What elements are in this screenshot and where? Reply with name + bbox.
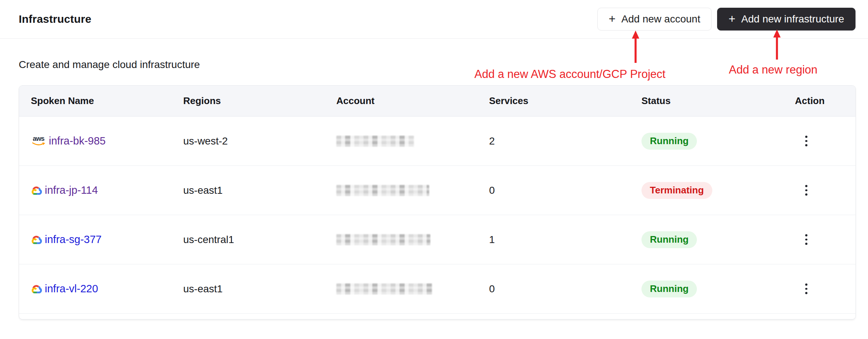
- row-actions-kebab-icon[interactable]: [800, 132, 813, 150]
- aws-smile-swoosh: [32, 142, 46, 146]
- page-subtitle: Create and manage cloud infrastructure: [19, 59, 200, 71]
- action-cell: [795, 182, 856, 199]
- account-redacted-blur: [336, 185, 429, 196]
- annotation-arrow-region: [772, 29, 782, 60]
- top-bar: Infrastructure + Add new account + Add n…: [0, 0, 868, 39]
- add-new-account-button[interactable]: + Add new account: [597, 8, 712, 31]
- column-header-account: Account: [336, 95, 489, 107]
- spoken-name-cell: infra-vl-220: [31, 283, 183, 295]
- spoken-name-cell: infra-sg-377: [31, 233, 183, 246]
- infrastructure-link[interactable]: infra-sg-377: [45, 233, 102, 246]
- account-redacted-blur: [336, 234, 430, 245]
- status-badge: Running: [641, 281, 697, 297]
- region-cell: us-east1: [183, 283, 336, 295]
- account-redacted-blur: [336, 136, 414, 147]
- table-row: infra-jp-114 us-east1 0 Terminating: [19, 166, 856, 215]
- add-new-account-label: Add new account: [621, 13, 700, 25]
- account-cell: [336, 136, 489, 147]
- column-header-action: Action: [795, 95, 856, 107]
- infrastructure-link[interactable]: infra-jp-114: [45, 184, 98, 196]
- services-cell: 0: [489, 283, 641, 295]
- infrastructure-link[interactable]: infra-vl-220: [45, 283, 98, 295]
- services-cell: 1: [489, 234, 641, 246]
- annotation-arrow-account: [630, 31, 641, 63]
- services-cell: 0: [489, 185, 641, 196]
- page-title: Infrastructure: [19, 13, 91, 25]
- annotation-account-note: Add a new AWS account/GCP Project: [474, 68, 665, 81]
- add-new-infrastructure-label: Add new infrastructure: [741, 13, 844, 25]
- aws-icon-text: aws: [33, 136, 44, 142]
- status-cell: Running: [641, 133, 795, 150]
- action-cell: [795, 280, 856, 297]
- gcp-icon: [31, 235, 42, 245]
- table-header-row: Spoken Name Regions Account Services Sta…: [19, 86, 856, 117]
- status-cell: Running: [641, 231, 795, 248]
- plus-icon: +: [728, 13, 735, 25]
- column-header-services: Services: [489, 95, 641, 107]
- column-header-regions: Regions: [183, 95, 336, 107]
- region-cell: us-east1: [183, 185, 336, 196]
- account-cell: [336, 234, 489, 245]
- gcp-icon: [31, 186, 42, 195]
- status-badge: Running: [641, 133, 697, 150]
- plus-icon: +: [609, 13, 616, 25]
- action-cell: [795, 231, 856, 248]
- region-cell: us-west-2: [183, 135, 336, 147]
- column-header-spoken-name: Spoken Name: [31, 95, 183, 107]
- spoken-name-cell: infra-jp-114: [31, 184, 183, 196]
- table-row: infra-sg-377 us-central1 1 Running: [19, 215, 856, 264]
- row-actions-kebab-icon[interactable]: [800, 231, 813, 248]
- services-cell: 2: [489, 135, 641, 147]
- gcp-icon: [31, 284, 42, 294]
- add-new-infrastructure-button[interactable]: + Add new infrastructure: [717, 8, 856, 31]
- row-actions-kebab-icon[interactable]: [800, 182, 813, 199]
- status-cell: Terminating: [641, 182, 795, 199]
- row-actions-kebab-icon[interactable]: [800, 280, 813, 297]
- table-row: aws infra-bk-985 us-west-2 2 Running: [19, 117, 856, 166]
- table-row: infra-vl-220 us-east1 0 Running: [19, 264, 856, 314]
- spoken-name-cell: aws infra-bk-985: [31, 135, 183, 147]
- account-cell: [336, 185, 489, 196]
- status-badge: Running: [641, 231, 697, 248]
- status-cell: Running: [641, 281, 795, 297]
- action-cell: [795, 132, 856, 150]
- annotation-region-note: Add a new region: [729, 63, 817, 76]
- toolbar-actions: + Add new account + Add new infrastructu…: [597, 8, 856, 31]
- aws-icon: aws: [31, 136, 46, 146]
- column-header-status: Status: [641, 95, 795, 107]
- account-redacted-blur: [336, 283, 433, 295]
- status-badge: Terminating: [641, 182, 712, 199]
- infrastructure-table: Spoken Name Regions Account Services Sta…: [19, 85, 856, 320]
- region-cell: us-central1: [183, 234, 336, 246]
- infrastructure-link[interactable]: infra-bk-985: [49, 135, 106, 147]
- account-cell: [336, 283, 489, 295]
